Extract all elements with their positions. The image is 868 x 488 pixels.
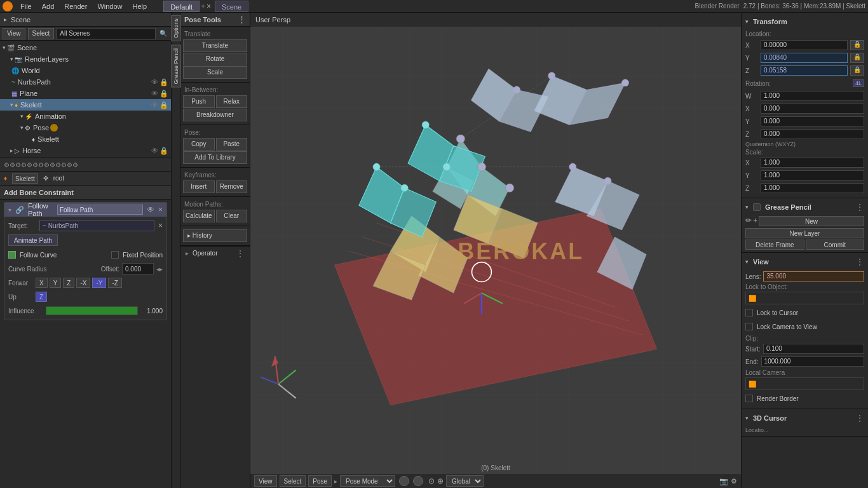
viewport[interactable]: User Persp BEROKAL (0) Skelett View Sele…	[250, 13, 741, 488]
loc-z-value[interactable]: 0.05158	[761, 65, 848, 76]
tree-pose[interactable]: ▾ ⚙ Pose	[0, 122, 171, 133]
gp-menu[interactable]: ⋮	[855, 202, 864, 212]
rot-mode-btn[interactable]: 4L	[853, 79, 864, 87]
gp-new-btn[interactable]: New	[759, 216, 864, 226]
restrict-icon[interactable]: 🔒	[159, 78, 168, 86]
menu-file[interactable]: File	[18, 3, 34, 10]
axis-x[interactable]: X	[36, 278, 48, 288]
eye-icon[interactable]: 👁	[151, 78, 158, 86]
tree-animation[interactable]: ▾ ⚡ Animation	[0, 111, 171, 122]
scene-tab[interactable]: Scene	[215, 1, 248, 12]
tree-skelett[interactable]: ▾ ♦ Skelett 👁 🔒	[0, 99, 171, 111]
paste-pose-btn[interactable]: Paste	[216, 138, 248, 151]
axis-neg-z[interactable]: -Z	[108, 278, 121, 288]
constraint-eye[interactable]: 👁	[147, 205, 154, 214]
constraint-name-input[interactable]: Follow Path	[57, 205, 143, 215]
eye-icon-sk[interactable]: 👁	[151, 101, 158, 109]
history-btn[interactable]: ▸ History	[183, 229, 247, 242]
gp-commit-btn[interactable]: Commit	[806, 240, 865, 250]
add-library-btn[interactable]: Add To Library	[183, 151, 247, 164]
loc-y-value[interactable]: 0.00840	[761, 53, 848, 63]
clip-end-value[interactable]: 1000.000	[761, 356, 864, 367]
breakdowner-btn[interactable]: Breakdowner	[183, 109, 247, 121]
clear-btn[interactable]: Clear	[216, 210, 248, 222]
grease-pencil-tab[interactable]: Grease Pencil	[171, 45, 181, 88]
loc-z-lock[interactable]: 🔒	[850, 65, 864, 76]
calculate-btn[interactable]: Calculate	[183, 210, 215, 222]
scale-y-value[interactable]: 1.000	[761, 170, 864, 180]
root-name[interactable]: root	[53, 175, 64, 182]
search-input[interactable]	[57, 28, 156, 39]
local-camera-value[interactable]: 🟧	[745, 377, 864, 390]
menu-window[interactable]: Window	[95, 3, 125, 10]
rot-z-value[interactable]: 0.000	[761, 129, 864, 139]
fixed-pos-check[interactable]	[111, 251, 119, 259]
lens-value[interactable]: 35.000	[763, 271, 864, 281]
gp-toggle[interactable]: ▾	[745, 204, 749, 210]
render-icon[interactable]: 📷	[719, 477, 728, 485]
view-menu[interactable]: ⋮	[855, 257, 864, 267]
close-workspace[interactable]: ×	[207, 2, 211, 11]
gp-new-layer-btn[interactable]: New Layer	[745, 228, 864, 238]
lock-plane[interactable]: 🔒	[159, 90, 168, 98]
menu-add[interactable]: Add	[39, 3, 57, 10]
axis-neg-y[interactable]: -Y	[92, 278, 106, 288]
tree-renderlayers[interactable]: ▾ 📷 RenderLayers	[0, 53, 171, 65]
vf-pose[interactable]: Pose	[308, 475, 332, 487]
remove-btn[interactable]: Remove	[216, 180, 248, 193]
loc-x-lock[interactable]: 🔒	[850, 40, 864, 50]
lock-camera-check[interactable]	[745, 323, 753, 330]
prop-edit-icon[interactable]: ⚙	[731, 477, 737, 485]
offset-input[interactable]	[122, 263, 154, 274]
select-btn[interactable]: Select	[28, 28, 55, 39]
scale-x-value[interactable]: 1.000	[761, 158, 864, 168]
search-icon[interactable]: 🔍	[158, 29, 168, 39]
relax-btn[interactable]: Relax	[216, 95, 248, 108]
options-tab[interactable]: Options	[171, 15, 181, 41]
workspace-default-tab[interactable]: Default	[163, 1, 200, 12]
vf-select[interactable]: Select	[280, 475, 306, 487]
rot-x-value[interactable]: 0.000	[761, 104, 864, 114]
rot-w-value[interactable]: 1.000	[761, 91, 864, 101]
scale-btn[interactable]: Scale	[183, 66, 247, 79]
cursor-menu[interactable]: ⋮	[855, 413, 864, 423]
gp-add-icon[interactable]: +	[753, 216, 757, 226]
rotate-btn[interactable]: Rotate	[183, 53, 247, 65]
lock-object-value[interactable]: 🟧	[745, 292, 864, 304]
pivot-icon[interactable]: ⊙	[428, 477, 435, 485]
animate-path-btn[interactable]: Animate Path	[8, 234, 58, 246]
vf-mode-select[interactable]: Pose Mode Object Mode	[340, 475, 395, 487]
vf-view[interactable]: View	[254, 475, 277, 487]
gp-delete-frame-btn[interactable]: Delete Frame	[745, 240, 804, 250]
menu-render[interactable]: Render	[62, 3, 90, 10]
tree-world[interactable]: 🌐 World	[0, 65, 171, 76]
insert-btn[interactable]: Insert	[183, 180, 215, 193]
rot-y-value[interactable]: 0.000	[761, 116, 864, 126]
vf-global-select[interactable]: Global Local	[446, 475, 484, 487]
push-btn[interactable]: Push	[183, 95, 215, 108]
eye-icon-plane[interactable]: 👁	[151, 90, 158, 98]
lock-cursor-check[interactable]	[745, 309, 753, 316]
skelett-name[interactable]: Skelett	[12, 173, 38, 184]
snap-icon[interactable]: ⊕	[437, 477, 444, 485]
target-value[interactable]: ~ NurbsPath	[39, 220, 154, 231]
render-border-check[interactable]	[745, 395, 753, 402]
transform-toggle[interactable]: ▾	[745, 18, 749, 25]
scale-z-value[interactable]: 1.000	[761, 183, 864, 193]
lock-sk[interactable]: 🔒	[159, 101, 168, 109]
loc-y-lock[interactable]: 🔒	[850, 53, 864, 63]
loc-x-value[interactable]: 0.00000	[761, 40, 848, 50]
menu-help[interactable]: Help	[130, 3, 150, 10]
pose-tools-menu[interactable]: ⋮	[237, 15, 246, 25]
axis-neg-x[interactable]: -X	[76, 278, 90, 288]
copy-pose-btn[interactable]: Copy	[183, 138, 215, 151]
follow-curve-check[interactable]	[8, 251, 16, 259]
tree-horse[interactable]: ▸ ▷ Horse 👁 🔒	[0, 145, 171, 156]
add-workspace[interactable]: +	[201, 2, 205, 11]
tree-skelett2[interactable]: ♦ Skelett	[0, 133, 171, 145]
target-clear[interactable]: ×	[158, 221, 163, 230]
operator-menu[interactable]: ⋮	[236, 248, 245, 259]
translate-btn[interactable]: Translate	[183, 39, 247, 52]
eye-icon-horse[interactable]: 👁	[151, 147, 158, 155]
clip-start-value[interactable]: 0.100	[763, 344, 864, 354]
